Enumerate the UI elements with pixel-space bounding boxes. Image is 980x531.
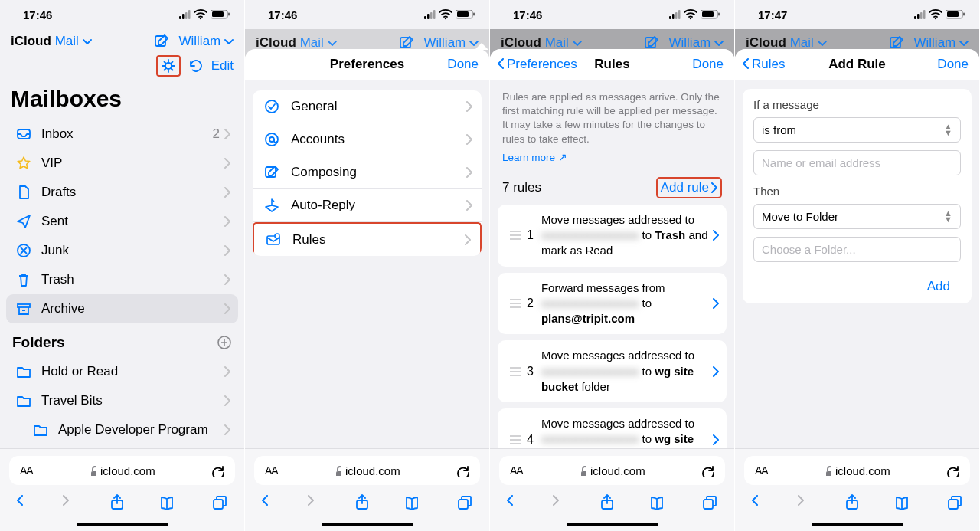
mailbox-trash[interactable]: Trash bbox=[6, 265, 238, 294]
done-button[interactable]: Done bbox=[692, 57, 724, 72]
done-button[interactable]: Done bbox=[937, 57, 969, 72]
share-button[interactable] bbox=[844, 494, 860, 511]
back-button[interactable] bbox=[262, 495, 273, 510]
user-menu: William bbox=[423, 35, 479, 51]
if-condition-select[interactable]: is from ▲▼ bbox=[753, 117, 961, 143]
address-bar[interactable]: AA icloud.com bbox=[254, 456, 480, 485]
then-label: Then bbox=[753, 185, 961, 198]
drag-handle-icon[interactable] bbox=[504, 299, 527, 308]
status-time: 17:46 bbox=[513, 8, 542, 21]
folder-apple-developer[interactable]: Apple Developer Program bbox=[6, 415, 238, 444]
sheet-nav: Preferences Done bbox=[245, 49, 489, 80]
forward-button[interactable] bbox=[553, 495, 564, 510]
chevron-right-icon bbox=[224, 303, 230, 314]
add-button[interactable]: Add bbox=[753, 271, 961, 294]
chevron-right-icon bbox=[224, 274, 230, 285]
plane-icon bbox=[262, 198, 282, 213]
brand-label[interactable]: iCloud Mail bbox=[11, 34, 92, 49]
tabs-button[interactable] bbox=[947, 495, 962, 510]
folder-hold-or-read[interactable]: Hold or Read bbox=[6, 357, 238, 386]
inbox-count: 2 bbox=[213, 126, 220, 142]
text-size-button[interactable]: AA bbox=[510, 464, 523, 477]
rule-item[interactable]: 1Move messages addressed to xxxxxxxxxxxx… bbox=[498, 205, 727, 267]
bookmarks-button[interactable] bbox=[895, 495, 912, 510]
back-button[interactable] bbox=[17, 495, 28, 510]
forward-button[interactable] bbox=[308, 495, 318, 510]
chevron-right-icon bbox=[713, 230, 719, 241]
drag-handle-icon[interactable] bbox=[504, 231, 527, 240]
mailbox-archive[interactable]: Archive bbox=[6, 294, 238, 323]
if-value-input[interactable]: Name or email address bbox=[753, 150, 961, 175]
bookmarks-button[interactable] bbox=[650, 495, 667, 510]
learn-more-link[interactable]: Learn more ↗ bbox=[490, 151, 734, 166]
user-menu: William bbox=[668, 35, 724, 51]
reload-button[interactable] bbox=[456, 464, 469, 477]
drag-handle-icon[interactable] bbox=[504, 435, 527, 444]
then-value-input[interactable]: Choose a Folder... bbox=[753, 237, 961, 262]
reload-button[interactable] bbox=[701, 464, 714, 477]
address-bar[interactable]: AA icloud.com bbox=[744, 456, 970, 485]
forward-button[interactable] bbox=[798, 495, 808, 510]
reload-button[interactable] bbox=[211, 464, 224, 477]
safari-toolbar: AA icloud.com bbox=[0, 448, 244, 531]
back-button[interactable] bbox=[507, 495, 518, 510]
brand-label: iCloud Mail bbox=[746, 35, 827, 51]
battery-icon bbox=[211, 10, 230, 19]
reload-button[interactable] bbox=[946, 464, 959, 477]
drag-handle-icon[interactable] bbox=[504, 367, 527, 376]
mailbox-sent[interactable]: Sent bbox=[6, 207, 238, 236]
rules-icon bbox=[263, 232, 283, 247]
rule-number: 3 bbox=[527, 365, 541, 379]
user-menu[interactable]: William bbox=[178, 34, 234, 49]
share-button[interactable] bbox=[599, 494, 615, 511]
bookmarks-button[interactable] bbox=[160, 495, 177, 510]
safari-toolbar: AA icloud.com bbox=[490, 448, 734, 531]
status-time: 17:47 bbox=[758, 8, 787, 21]
pref-auto-reply[interactable]: Auto-Reply bbox=[253, 189, 482, 222]
mailbox-drafts[interactable]: Drafts bbox=[6, 178, 238, 207]
text-size-button[interactable]: AA bbox=[755, 464, 768, 477]
done-button[interactable]: Done bbox=[447, 57, 479, 72]
inbox-icon bbox=[14, 126, 34, 142]
edit-button[interactable]: Edit bbox=[211, 58, 234, 74]
rule-item[interactable]: 2Forward messages from xxxxxxxxxxxxxxxxx… bbox=[498, 273, 727, 335]
pref-general[interactable]: General bbox=[253, 90, 482, 123]
text-size-button[interactable]: AA bbox=[265, 464, 278, 477]
mailbox-vip[interactable]: VIP bbox=[6, 149, 238, 178]
address-bar[interactable]: AA icloud.com bbox=[499, 456, 725, 485]
pref-rules[interactable]: Rules bbox=[253, 222, 482, 256]
forward-button[interactable] bbox=[63, 495, 74, 510]
tabs-button[interactable] bbox=[457, 495, 472, 510]
add-folder-button[interactable] bbox=[217, 335, 232, 350]
share-button[interactable] bbox=[109, 494, 125, 511]
tabs-button[interactable] bbox=[702, 495, 717, 510]
refresh-button[interactable] bbox=[188, 58, 204, 74]
status-bar: 17:47 bbox=[735, 0, 979, 29]
rule-item[interactable]: 3Move messages addressed to xxxxxxxxxxxx… bbox=[498, 340, 727, 402]
chevron-right-icon bbox=[466, 200, 472, 211]
address-bar[interactable]: AA icloud.com bbox=[9, 456, 235, 485]
pref-composing[interactable]: Composing bbox=[253, 156, 482, 189]
wifi-icon bbox=[929, 9, 942, 20]
folder-travel-bits[interactable]: Travel Bits bbox=[6, 386, 238, 415]
then-action-select[interactable]: Move to Folder ▲▼ bbox=[753, 204, 961, 229]
mailbox-inbox[interactable]: Inbox 2 bbox=[6, 120, 238, 149]
bookmarks-button[interactable] bbox=[405, 495, 422, 510]
compose-icon[interactable] bbox=[154, 34, 169, 49]
add-rule-button[interactable]: Add rule bbox=[656, 177, 722, 198]
pref-accounts[interactable]: Accounts bbox=[253, 123, 482, 156]
domain-label: icloud.com bbox=[100, 464, 155, 477]
back-button[interactable] bbox=[752, 495, 763, 510]
back-to-preferences[interactable]: Preferences bbox=[498, 57, 577, 72]
safari-toolbar: AA icloud.com bbox=[735, 448, 979, 531]
tabs-button[interactable] bbox=[212, 495, 227, 510]
brand-label: iCloud Mail bbox=[501, 35, 582, 51]
mailbox-junk[interactable]: Junk bbox=[6, 236, 238, 265]
text-size-button[interactable]: AA bbox=[20, 464, 33, 477]
settings-gear-button[interactable] bbox=[156, 55, 181, 77]
lock-icon bbox=[88, 465, 96, 476]
lock-icon bbox=[823, 465, 831, 476]
back-to-rules[interactable]: Rules bbox=[743, 57, 785, 72]
lock-icon bbox=[578, 465, 586, 476]
share-button[interactable] bbox=[354, 494, 370, 511]
